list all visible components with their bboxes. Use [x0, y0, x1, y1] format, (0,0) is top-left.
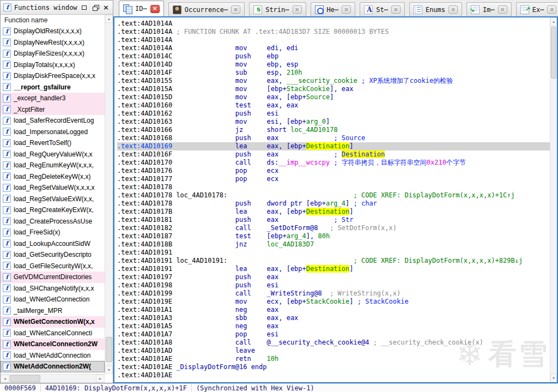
disassembly-line[interactable]: .text:4AD10178	[117, 183, 550, 191]
disassembly-line[interactable]: .text:4AD10191	[117, 249, 550, 257]
function-list-item[interactable]: fload_RegSetValueW(x,x,x,x	[1, 182, 105, 194]
tab-close-icon[interactable]: ×	[150, 5, 160, 13]
function-list-item[interactable]: fload_WNetCancelConnecti	[1, 328, 105, 339]
function-list-vertical-scrollbar[interactable]: ▲ ▼	[105, 15, 113, 374]
function-list-item[interactable]: fload_FreeSid(x)	[1, 227, 105, 238]
tab-close-icon[interactable]: ×	[293, 5, 302, 14]
scroll-up-arrow-icon[interactable]: ▲	[105, 15, 113, 23]
function-list-item[interactable]: f_tailMerge_MPR	[1, 305, 105, 317]
scrollbar-thumb[interactable]	[106, 337, 112, 362]
disassembly-line[interactable]: .text:4AD10178 push dword ptr [ebp+arg_4…	[117, 200, 550, 208]
disassembly-line[interactable]: .text:4AD10197 push eax	[117, 273, 550, 281]
function-list-item[interactable]: fload_RegCreateKeyExW(x,	[1, 204, 105, 216]
function-list-item[interactable]: fload_RevertToSelf()	[1, 137, 105, 149]
function-list-item[interactable]: fload_RegEnumKeyW(x,x,x,	[1, 160, 105, 171]
disassembly-line[interactable]: .text:4AD10168 push eax ; Source	[117, 134, 550, 142]
disassembly-line[interactable]: .text:4AD1018B jnz loc_4AD183D7	[117, 240, 550, 249]
disassembly-line[interactable]: .text:4AD10182 call _SetDotForm@8 ; SetD…	[117, 224, 550, 232]
disassembly-line[interactable]: .text:4AD10177 pop ecx	[117, 175, 550, 183]
function-list-item[interactable]: fWNetAddConnection2W(	[1, 361, 105, 372]
disassembly-line[interactable]: .text:4AD10178 loc_4AD10178: ; CODE XREF…	[117, 191, 550, 200]
disassembly-line[interactable]: .text:4AD101AE	[117, 371, 550, 379]
disassembly-line[interactable]: .text:4AD10162 push esi	[117, 110, 550, 118]
function-list-item[interactable]: fload_SaferRecordEventLog	[1, 115, 105, 126]
scroll-left-arrow-icon[interactable]: ◄	[1, 375, 9, 383]
disassembly-line[interactable]: .text:4AD101A8 call @__security_check_co…	[117, 339, 550, 347]
scrollbar-thumb[interactable]	[10, 375, 40, 382]
disassembly-line[interactable]: .text:4AD1016F push eax ; Destination	[117, 150, 550, 159]
function-name-column-header[interactable]: Function name	[1, 15, 105, 26]
disassembly-line[interactable]: .text:4AD1017B lea eax, [ebp+Destination…	[117, 208, 550, 216]
disassembly-line[interactable]: .text:4AD10176 pop ecx	[117, 167, 550, 175]
disassembly-line[interactable]: .text:4AD10170 call ds:__imp__wcscpy ; 字…	[117, 159, 550, 167]
tab-close-icon[interactable]: ×	[448, 5, 458, 14]
disassembly-line[interactable]: .text:4AD10160 test eax, eax	[117, 101, 550, 110]
tab-ida-view[interactable]: ID⋯×	[119, 1, 164, 16]
disassembly-current-line[interactable]: .text:4AD10169 lea eax, [ebp+Destination…	[117, 142, 550, 150]
disassembly-listing[interactable]: .text:4AD1014A.text:4AD1014A ; FUNCTION …	[114, 17, 550, 382]
disassembly-line[interactable]: .text:4AD1015A mov [ebp+StackCookie], ea…	[117, 85, 550, 93]
function-list-item[interactable]: fWNetCancelConnection2W	[1, 339, 105, 350]
functions-window-titlebar[interactable]: f Functions window ×	[1, 1, 113, 15]
tab-close-icon[interactable]: ×	[391, 5, 401, 14]
function-list-item[interactable]: fWNetGetConnectionW(x,x	[1, 316, 105, 328]
function-list-item[interactable]: fGetVDMCurrentDirectories	[1, 272, 105, 283]
function-list-horizontal-scrollbar[interactable]: ◄ ►	[1, 374, 105, 383]
disassembly-line[interactable]: .text:4AD101AE retn 10h	[117, 355, 550, 363]
disassembly-line[interactable]: .text:4AD101AE _DisplayDotForm@16 endp	[117, 363, 550, 371]
disassembly-line[interactable]: .text:4AD10187 test [ebp+arg_4], 80h	[117, 232, 550, 240]
function-list-item[interactable]: fload_WNetGetConnection	[1, 294, 105, 305]
disassembly-line[interactable]: .text:4AD10163 mov esi, [ebp+arg_0]	[117, 118, 550, 126]
function-list-item[interactable]: fload_ImpersonateLogged	[1, 126, 105, 138]
close-button[interactable]: ×	[102, 4, 110, 11]
function-list-item[interactable]: f_XcptFilter	[1, 104, 105, 116]
disassembly-line[interactable]: .text:4AD1014A	[117, 20, 550, 28]
tab-close-icon[interactable]: ×	[342, 5, 351, 14]
disassembly-line[interactable]: .text:4AD10155 mov eax, ___security_cook…	[117, 77, 550, 85]
disassembly-line[interactable]: .text:4AD10181 push eax ; Str	[117, 216, 550, 224]
function-list-item[interactable]: fload_CreateProcessAsUse	[1, 216, 105, 227]
tab-close-icon[interactable]: ×	[231, 5, 240, 14]
disassembly-line[interactable]: .text:4AD101A1 neg eax	[117, 306, 550, 314]
function-list-item[interactable]: fload_RegDeleteKeyW(x,x)	[1, 171, 105, 183]
tab-close-icon[interactable]: ×	[547, 5, 556, 14]
function-list-item[interactable]: fDisplayTotals(x,x,x,x)	[1, 59, 105, 71]
disassembly-line[interactable]: .text:4AD101A5 neg eax	[117, 322, 550, 330]
scroll-down-arrow-icon[interactable]: ▼	[105, 366, 113, 374]
function-list-item[interactable]: fDisplayFileSizes(x,x,x,x)	[1, 48, 105, 59]
scroll-right-arrow-icon[interactable]: ►	[96, 375, 105, 383]
scroll-down-arrow-icon[interactable]: ▼	[550, 374, 557, 382]
tab-strings[interactable]: Strin⋯×	[249, 2, 306, 16]
tab-exports[interactable]: Ex⋯×	[516, 2, 558, 16]
tab-enums[interactable]: Enums×	[409, 2, 462, 16]
function-list-item[interactable]: fload_RegQueryValueW(x,x	[1, 149, 105, 160]
tab-close-icon[interactable]: ×	[498, 5, 507, 14]
disassembly-line[interactable]: .text:4AD1014D mov ebp, esp	[117, 61, 550, 69]
disassembly-line[interactable]: .text:4AD1014F sub esp, 210h	[117, 69, 550, 77]
disassembly-line[interactable]: .text:4AD10198 push esi	[117, 281, 550, 290]
restore-button[interactable]	[91, 4, 99, 11]
scrollbar-thumb[interactable]	[551, 27, 556, 79]
disassembly-line[interactable]: .text:4AD1014A	[117, 36, 550, 44]
disassembly-line[interactable]: .text:4AD1014A ; FUNCTION CHUNK AT .text…	[117, 28, 550, 36]
disassembly-line[interactable]: .text:4AD1014A mov edi, edi	[117, 44, 550, 52]
function-list-item[interactable]: fload_WNetAddConnection	[1, 350, 105, 361]
function-list-item[interactable]: fload_GetSecurityDescripto	[1, 249, 105, 261]
disassembly-line[interactable]: .text:4AD10191 lea eax, [ebp+Destination…	[117, 265, 550, 273]
tab-imports[interactable]: Im⋯×	[466, 2, 512, 16]
function-list-item[interactable]: f__report_gsfailure	[1, 82, 105, 93]
disassembly-line[interactable]: .text:4AD101A3 sbb eax, eax	[117, 314, 550, 322]
function-list-item[interactable]: fload_RegSetValueExW(x,x,	[1, 194, 105, 205]
disassembly-line[interactable]: .text:4AD10199 call _WriteString@8 ; Wri…	[117, 290, 550, 298]
disassembly-line[interactable]: .text:4AD10191 loc_4AD10191: ; CODE XREF…	[117, 257, 550, 265]
disassembly-vertical-scrollbar[interactable]: ▲ ▼	[550, 17, 557, 382]
tab-occurrences[interactable]: Occurrence⋯×	[168, 2, 245, 16]
disassembly-line[interactable]: .text:4AD101AD leave	[117, 347, 550, 355]
scroll-up-arrow-icon[interactable]: ▲	[550, 17, 557, 26]
function-list-item[interactable]: fload_LookupAccountSidW	[1, 238, 105, 250]
disassembly-line[interactable]: .text:4AD10166 jz short loc_4AD10178	[117, 126, 550, 134]
tab-structures[interactable]: St⋯×	[360, 2, 405, 16]
function-list-item[interactable]: fDisplayNewRest(x,x,x,x)	[1, 37, 105, 49]
function-list-item[interactable]: fDisplayOldRest(x,x,x,x)	[1, 26, 105, 37]
function-list[interactable]: fDisplayOldRest(x,x,x,x)fDisplayNewRest(…	[1, 26, 105, 374]
